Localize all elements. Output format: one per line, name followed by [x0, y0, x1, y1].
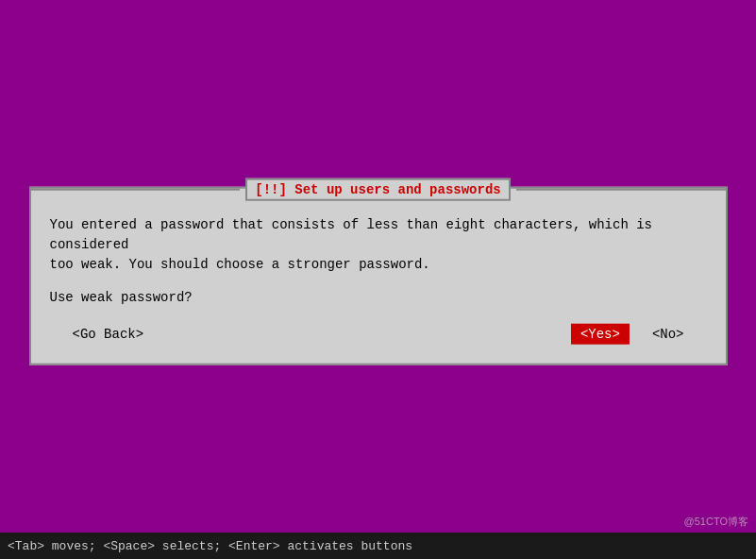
dialog-box: [!!] Set up users and passwords You ente… [29, 187, 728, 365]
dialog-container: [!!] Set up users and passwords You ente… [29, 187, 728, 365]
dialog-message: You entered a password that consists of … [50, 215, 707, 275]
status-text: <Tab> moves; <Space> selects; <Enter> ac… [8, 539, 412, 553]
dialog-question: Use weak password? [50, 290, 707, 305]
yes-button[interactable]: <Yes> [571, 324, 630, 345]
go-back-button[interactable]: <Go Back> [69, 325, 148, 344]
dialog-title-bar: [!!] Set up users and passwords [31, 178, 726, 201]
screen: [!!] Set up users and passwords You ente… [0, 0, 756, 559]
dialog-content: You entered a password that consists of … [31, 189, 726, 364]
message-line2: too weak. You should choose a stronger p… [50, 257, 430, 272]
title-line-right [516, 189, 726, 191]
watermark: @51CTO博客 [684, 515, 748, 529]
dialog-title: [!!] Set up users and passwords [245, 178, 510, 201]
status-bar: <Tab> moves; <Space> selects; <Enter> ac… [0, 533, 756, 559]
message-line1: You entered a password that consists of … [50, 217, 653, 252]
no-button[interactable]: <No> [648, 324, 688, 345]
title-line-left [31, 189, 241, 191]
right-buttons: <Yes> <No> [571, 324, 688, 345]
dialog-buttons: <Go Back> <Yes> <No> [50, 324, 707, 345]
